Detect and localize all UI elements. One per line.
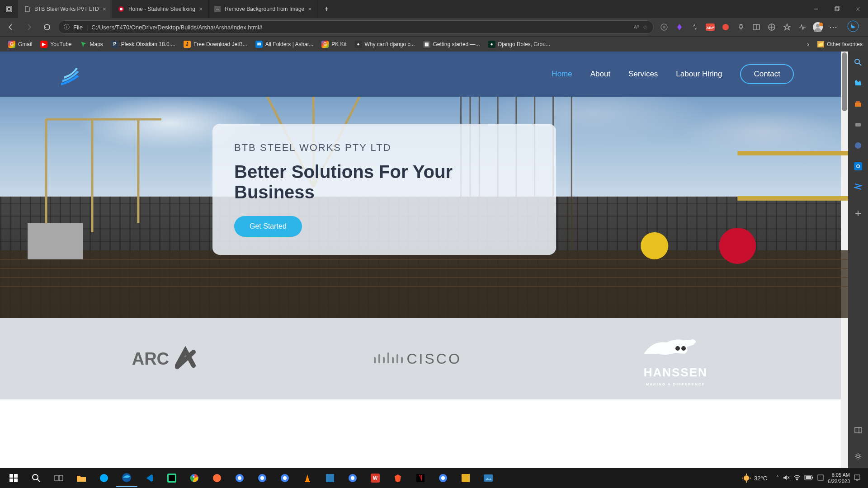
- bookmark-getting-started[interactable]: ▦Getting started —...: [420, 39, 483, 50]
- app-icon[interactable]: [93, 469, 115, 487]
- profile-icon[interactable]: [811, 20, 825, 34]
- nav-about[interactable]: About: [590, 70, 610, 79]
- bookmark-jetbrains[interactable]: JFree Download JetB...: [181, 39, 250, 50]
- language-icon[interactable]: [817, 474, 824, 483]
- split-screen-icon[interactable]: [750, 20, 763, 34]
- extension-icon[interactable]: [688, 20, 702, 34]
- bookmark-folders[interactable]: ✉All Folders | Ashar...: [253, 39, 316, 50]
- nav-labour-hiring[interactable]: Labour Hiring: [676, 70, 722, 79]
- minimize-button[interactable]: [806, 0, 826, 18]
- netflix-icon[interactable]: [410, 469, 431, 487]
- maximize-button[interactable]: [826, 0, 847, 18]
- svg-point-87: [260, 476, 264, 480]
- svg-text:W: W: [373, 475, 378, 481]
- bookmark-maps[interactable]: Maps: [77, 39, 106, 50]
- bookmark-django-q[interactable]: ●Why can't django c...: [352, 39, 418, 50]
- extension-icon[interactable]: [673, 20, 686, 34]
- outlook-icon[interactable]: O: [852, 160, 864, 173]
- shopping-icon[interactable]: [852, 77, 864, 89]
- close-icon[interactable]: ×: [103, 5, 106, 13]
- get-started-button[interactable]: Get Started: [234, 216, 302, 237]
- address-bar[interactable]: ⓘ File | C:/Users/T470/OneDrive/Desktop/…: [58, 20, 654, 34]
- brave-icon[interactable]: [387, 469, 409, 487]
- bookmarks-overflow-icon[interactable]: ›: [802, 40, 815, 48]
- pycharm-icon[interactable]: [161, 469, 183, 487]
- svg-point-98: [441, 476, 445, 480]
- search-icon[interactable]: [852, 56, 864, 69]
- clock[interactable]: 8:05 AM 6/22/2023: [828, 472, 850, 484]
- site-info-icon[interactable]: ⓘ: [64, 23, 70, 31]
- other-favorites-button[interactable]: 📁Other favorites: [817, 41, 863, 47]
- vscode-icon[interactable]: [138, 469, 160, 487]
- site-logo[interactable]: [54, 61, 86, 88]
- battery-icon[interactable]: [804, 475, 813, 482]
- partner-cisco-logo: CISCO: [372, 350, 461, 368]
- app-icon[interactable]: [852, 181, 864, 193]
- extension-icon[interactable]: [719, 20, 732, 34]
- nav-home[interactable]: Home: [552, 70, 572, 79]
- weather-widget[interactable]: 32°C: [741, 473, 767, 483]
- chrome-icon[interactable]: [184, 469, 205, 487]
- bookmarks-bar: GGmail ▶YouTube Maps PPlesk Obsidian 18.…: [0, 36, 868, 52]
- hero-title: Better Solutions For Your Business: [234, 162, 534, 202]
- app-icon[interactable]: [455, 469, 476, 487]
- bookmark-django-roles[interactable]: ●Django Roles, Grou...: [486, 39, 553, 50]
- chrome-icon[interactable]: [342, 469, 363, 487]
- menu-icon[interactable]: ⋯: [826, 20, 840, 34]
- nav-contact-button[interactable]: Contact: [740, 64, 794, 84]
- chrome-icon[interactable]: [251, 469, 273, 487]
- svg-point-11: [663, 26, 665, 28]
- favorites-icon[interactable]: [780, 20, 794, 34]
- start-button[interactable]: [3, 469, 24, 487]
- add-icon[interactable]: [852, 207, 864, 220]
- task-view-button[interactable]: [48, 469, 70, 487]
- extension-icon[interactable]: [657, 20, 671, 34]
- app-icon[interactable]: [319, 469, 341, 487]
- refresh-button[interactable]: [40, 20, 54, 34]
- edge-icon[interactable]: [116, 469, 137, 487]
- nav-services[interactable]: Services: [628, 70, 658, 79]
- sidebar-collapse-icon[interactable]: [852, 424, 864, 436]
- search-button[interactable]: [25, 469, 47, 487]
- games-icon[interactable]: [852, 118, 864, 131]
- chrome-icon[interactable]: [432, 469, 454, 487]
- extensions-menu-icon[interactable]: [734, 20, 748, 34]
- chrome-icon[interactable]: [229, 469, 250, 487]
- notifications-icon[interactable]: [854, 474, 861, 483]
- window-controls: [806, 0, 868, 18]
- close-icon[interactable]: ×: [199, 5, 203, 13]
- vlc-icon[interactable]: [297, 469, 318, 487]
- tab-2[interactable]: Remove Background from Image ×: [208, 0, 317, 18]
- chrome-icon[interactable]: [274, 469, 296, 487]
- wps-icon[interactable]: W: [364, 469, 386, 487]
- bookmark-pkkit[interactable]: GPK Kit: [319, 39, 349, 50]
- bookmark-youtube[interactable]: ▶YouTube: [38, 39, 74, 50]
- tray-chevron-icon[interactable]: ˄: [776, 475, 779, 481]
- performance-icon[interactable]: [796, 20, 809, 34]
- bookmark-plesk[interactable]: PPlesk Obsidian 18.0....: [108, 39, 178, 50]
- app-icon[interactable]: [852, 139, 864, 152]
- adblock-icon[interactable]: ABP: [703, 20, 717, 34]
- read-aloud-icon[interactable]: A⁰: [634, 24, 639, 30]
- favorite-icon[interactable]: ☆: [642, 24, 648, 31]
- wifi-icon[interactable]: [793, 474, 801, 483]
- bing-chat-icon[interactable]: [847, 20, 864, 34]
- tab-1[interactable]: Home - Stateline Steelfixing ×: [112, 0, 208, 18]
- postman-icon[interactable]: [206, 469, 228, 487]
- collections-icon[interactable]: [765, 20, 778, 34]
- tab-actions-icon[interactable]: [0, 5, 18, 13]
- tools-icon[interactable]: [852, 98, 864, 110]
- close-icon[interactable]: ×: [308, 5, 311, 13]
- close-window-button[interactable]: [847, 0, 868, 18]
- file-explorer-icon[interactable]: [71, 469, 92, 487]
- tab-0[interactable]: BTB Steel Works PVT LTD ×: [18, 0, 112, 18]
- new-tab-button[interactable]: +: [317, 5, 335, 13]
- photos-icon[interactable]: [477, 469, 499, 487]
- back-button[interactable]: [4, 20, 18, 34]
- settings-icon[interactable]: [852, 450, 864, 463]
- svg-rect-46: [737, 196, 848, 201]
- forward-button: [22, 20, 36, 34]
- volume-icon[interactable]: [783, 474, 790, 483]
- bookmark-gmail[interactable]: GGmail: [5, 39, 35, 50]
- tab-title: Home - Stateline Steelfixing: [128, 6, 195, 12]
